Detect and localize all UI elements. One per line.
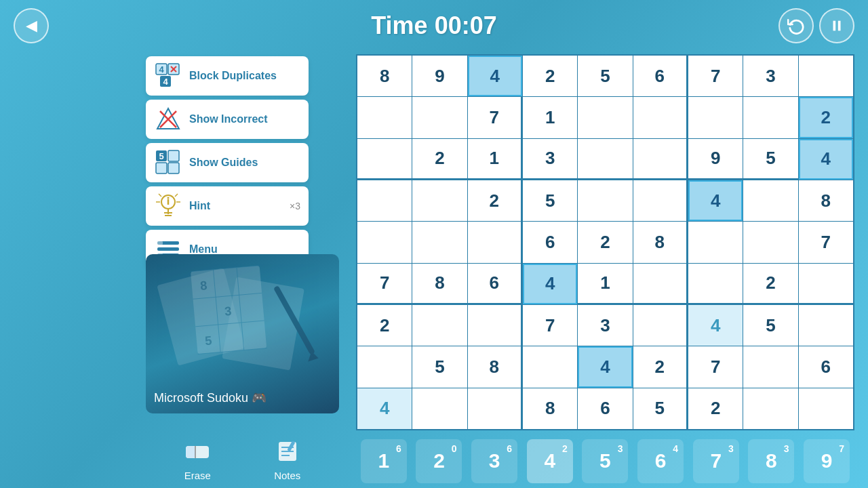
sudoku-cell[interactable]: 4 xyxy=(357,388,412,429)
sudoku-cell[interactable]: 5 xyxy=(523,180,577,221)
sudoku-cell[interactable] xyxy=(743,388,797,429)
sudoku-cell[interactable] xyxy=(688,222,743,262)
sudoku-cell[interactable] xyxy=(743,97,797,138)
sudoku-cell[interactable]: 8 xyxy=(357,56,412,96)
sudoku-cell[interactable]: 5 xyxy=(412,346,467,387)
sudoku-cell[interactable]: 7 xyxy=(688,56,743,96)
sudoku-cell[interactable]: 7 xyxy=(357,264,412,304)
block-duplicates-button[interactable]: 4 4 Block Duplicates xyxy=(146,56,309,96)
sudoku-cell[interactable]: 4 xyxy=(688,305,743,346)
sudoku-cell[interactable] xyxy=(578,180,632,221)
sudoku-cell[interactable] xyxy=(468,388,522,429)
sudoku-cell[interactable]: 2 xyxy=(688,388,743,429)
sudoku-cell[interactable] xyxy=(412,222,467,262)
sudoku-cell[interactable]: 7 xyxy=(523,305,577,346)
sudoku-cell[interactable]: 1 xyxy=(578,264,632,304)
sudoku-cell[interactable] xyxy=(743,222,797,262)
hint-button[interactable]: Hint ×3 xyxy=(146,186,309,226)
sudoku-cell[interactable]: 8 xyxy=(468,346,522,387)
erase-button[interactable]: Erase xyxy=(184,441,211,481)
sudoku-cell[interactable]: 8 xyxy=(412,264,467,304)
undo-button[interactable] xyxy=(778,8,814,43)
sudoku-grid[interactable]: 8942567371221395425486287786412273455842… xyxy=(356,54,854,430)
sudoku-cell[interactable]: 5 xyxy=(743,305,797,346)
number-6-button[interactable]: 64 xyxy=(637,439,684,483)
sudoku-cell[interactable]: 7 xyxy=(799,222,853,262)
sudoku-cell[interactable]: 5 xyxy=(633,388,688,429)
sudoku-cell[interactable] xyxy=(633,180,688,221)
sudoku-cell[interactable] xyxy=(578,139,632,180)
number-2-button[interactable]: 20 xyxy=(416,439,462,483)
sudoku-cell[interactable]: 2 xyxy=(468,180,522,221)
sudoku-cell[interactable]: 4 xyxy=(688,180,743,221)
sudoku-cell[interactable]: 2 xyxy=(357,305,412,346)
sudoku-cell[interactable] xyxy=(412,97,467,138)
sudoku-cell[interactable]: 5 xyxy=(743,139,797,180)
sudoku-cell[interactable] xyxy=(799,56,853,96)
sudoku-cell[interactable] xyxy=(468,222,522,262)
sudoku-cell[interactable]: 9 xyxy=(688,139,743,180)
sudoku-cell[interactable]: 4 xyxy=(523,264,577,304)
sudoku-cell[interactable] xyxy=(799,388,853,429)
sudoku-cell[interactable]: 6 xyxy=(633,56,688,96)
sudoku-cell[interactable] xyxy=(633,264,688,304)
sudoku-cell[interactable] xyxy=(357,222,412,262)
number-3-button[interactable]: 36 xyxy=(471,439,517,483)
sudoku-cell[interactable]: 6 xyxy=(799,346,853,387)
sudoku-cell[interactable]: 6 xyxy=(468,264,522,304)
sudoku-cell[interactable] xyxy=(688,97,743,138)
back-button[interactable]: ◀ xyxy=(14,8,49,43)
number-8-button[interactable]: 83 xyxy=(748,439,794,483)
number-5-button[interactable]: 53 xyxy=(582,439,628,483)
sudoku-cell[interactable]: 2 xyxy=(578,222,632,262)
sudoku-cell[interactable]: 4 xyxy=(799,139,853,180)
sudoku-cell[interactable]: 8 xyxy=(799,180,853,221)
number-1-button[interactable]: 16 xyxy=(361,439,407,483)
sudoku-cell[interactable]: 7 xyxy=(688,346,743,387)
sudoku-cell[interactable] xyxy=(412,305,467,346)
sudoku-cell[interactable] xyxy=(743,180,797,221)
sudoku-cell[interactable]: 1 xyxy=(468,139,522,180)
notes-button[interactable]: Notes xyxy=(274,441,300,481)
number-4-button[interactable]: 42 xyxy=(527,439,573,483)
sudoku-cell[interactable] xyxy=(523,346,577,387)
sudoku-cell[interactable]: 9 xyxy=(412,56,467,96)
sudoku-cell[interactable] xyxy=(412,388,467,429)
sudoku-cell[interactable] xyxy=(578,97,632,138)
show-guides-button[interactable]: 5 Show Guides xyxy=(146,143,309,182)
sudoku-cell[interactable] xyxy=(633,97,688,138)
sudoku-cell[interactable]: 5 xyxy=(578,56,632,96)
number-9-button[interactable]: 97 xyxy=(804,439,850,483)
sudoku-cell[interactable]: 8 xyxy=(523,388,577,429)
sudoku-cell[interactable]: 3 xyxy=(578,305,632,346)
sudoku-cell[interactable]: 4 xyxy=(468,56,522,96)
sudoku-cell[interactable] xyxy=(633,139,688,180)
sudoku-cell[interactable] xyxy=(357,139,412,180)
sudoku-cell[interactable]: 2 xyxy=(743,264,797,304)
sudoku-cell[interactable] xyxy=(633,305,688,346)
sudoku-cell[interactable]: 4 xyxy=(578,346,632,387)
sudoku-cell[interactable] xyxy=(799,264,853,304)
sudoku-cell[interactable]: 2 xyxy=(412,139,467,180)
sudoku-cell[interactable]: 6 xyxy=(578,388,632,429)
number-7-button[interactable]: 73 xyxy=(693,439,739,483)
sudoku-cell[interactable]: 7 xyxy=(468,97,522,138)
sudoku-cell[interactable] xyxy=(357,346,412,387)
sudoku-cell[interactable]: 1 xyxy=(523,97,577,138)
sudoku-cell[interactable] xyxy=(412,180,467,221)
sudoku-cell[interactable]: 6 xyxy=(523,222,577,262)
sudoku-cell[interactable]: 2 xyxy=(633,346,688,387)
sudoku-cell[interactable] xyxy=(743,346,797,387)
sudoku-cell[interactable] xyxy=(799,305,853,346)
show-incorrect-button[interactable]: Show Incorrect xyxy=(146,100,309,139)
sudoku-cell[interactable]: 3 xyxy=(743,56,797,96)
sudoku-cell[interactable]: 3 xyxy=(523,139,577,180)
sudoku-cell[interactable]: 2 xyxy=(799,97,853,138)
pause-button[interactable] xyxy=(819,8,854,43)
sudoku-cell[interactable] xyxy=(688,264,743,304)
sudoku-cell[interactable] xyxy=(357,97,412,138)
sudoku-cell[interactable] xyxy=(468,305,522,346)
sudoku-cell[interactable] xyxy=(357,180,412,221)
sudoku-cell[interactable]: 2 xyxy=(523,56,577,96)
sudoku-cell[interactable]: 8 xyxy=(633,222,688,262)
